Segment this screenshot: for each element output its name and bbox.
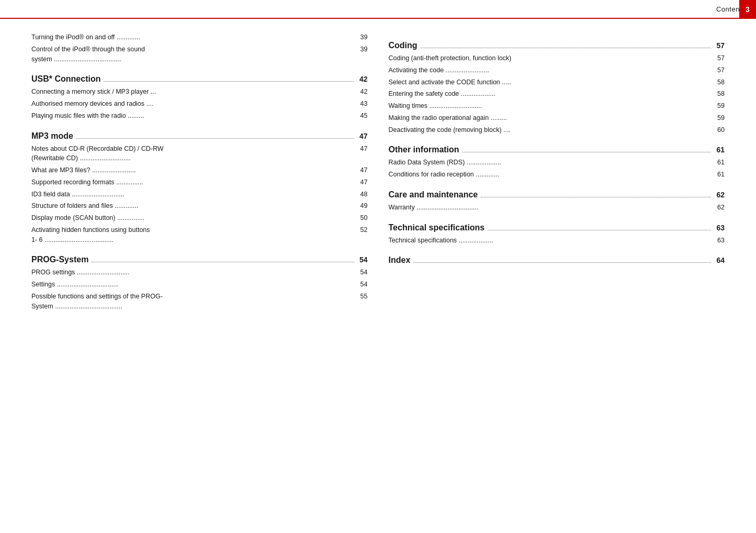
toc-entry-warranty: Warranty ...............................…: [389, 202, 725, 214]
toc-entry-activating-hidden: Activating hidden functions using button…: [31, 224, 368, 246]
section-index: Index 64: [389, 256, 725, 265]
toc-entry-id3: ID3 field data .........................…: [31, 188, 368, 201]
toc-entry-playing-music: Playing music files with the radio .....…: [31, 110, 368, 122]
toc-entry-settings: Settings ...............................…: [31, 279, 368, 291]
toc-entry-connecting-memory: Connecting a memory stick / MP3 player .…: [31, 86, 368, 98]
toc-entry-technical-specs: Technical specifications ...............…: [389, 235, 725, 247]
toc-entry-what-are-mp3: What are MP3 files? ....................…: [31, 164, 368, 176]
toc-entry-prog-settings: PROG settings ..........................…: [31, 266, 368, 279]
toc-entry-radio-data-system: Radio Data System (RDS) ................…: [389, 157, 725, 169]
toc-entry-possible-functions: Possible functions and settings of the P…: [31, 291, 368, 313]
section-mp3-mode: MP3 mode 47: [31, 131, 368, 141]
toc-entry-display-mode: Display mode (SCAN button) .............…: [31, 212, 368, 224]
toc-entry-supported-recording: Supported recording formats ............…: [31, 176, 368, 188]
toc-entry-coding-anti-theft: Coding (anti-theft protection, function …: [389, 52, 725, 64]
toc-entry-deactivating-code: Deactivating the code (removing block) .…: [389, 124, 725, 136]
toc-entry-entering-safety-code: Entering the safety code ...............…: [389, 88, 725, 100]
left-column: Turning the iPod® on and off ...........…: [31, 31, 368, 512]
toc-entry-ipod-on-off: Turning the iPod® on and off ...........…: [31, 31, 368, 43]
section-prog-system: PROG-System 54: [31, 255, 368, 264]
right-column: Coding 57 Coding (anti-theft protection,…: [389, 31, 725, 512]
page-number-box: 3: [739, 0, 756, 19]
toc-entry-activating-code: Activating the code ....................…: [389, 64, 725, 76]
page-container: Contents 3 Turning the iPod® on and off …: [0, 0, 756, 533]
toc-entry-making-radio-operational: Making the radio operational again .....…: [389, 112, 725, 124]
toc-entry-structure-folders: Structure of folders and files .........…: [31, 200, 368, 212]
main-content: Turning the iPod® on and off ...........…: [31, 31, 725, 512]
toc-entry-select-activate-code: Select and activate the CODE function ..…: [389, 76, 725, 88]
section-usb-connection: USB* Connection 42: [31, 74, 368, 84]
section-other-information: Other information 61: [389, 145, 725, 154]
top-header: Contents 3: [0, 0, 756, 19]
toc-entry-authorised-memory: Authorised memory devices and radios ...…: [31, 98, 368, 110]
toc-entry-ipod-control: Control of the iPod® through the soundsy…: [31, 43, 368, 65]
toc-entry-conditions-radio: Conditions for radio reception .........…: [389, 169, 725, 181]
toc-entry-waiting-times: Waiting times ..........................…: [389, 100, 725, 112]
section-care-maintenance: Care and maintenance 62: [389, 190, 725, 199]
section-technical-specs: Technical specifications 63: [389, 223, 725, 232]
section-coding: Coding 57: [389, 41, 725, 50]
toc-entry-notes-cdr: Notes about CD-R (Recordable CD) / CD-RW…: [31, 143, 368, 165]
